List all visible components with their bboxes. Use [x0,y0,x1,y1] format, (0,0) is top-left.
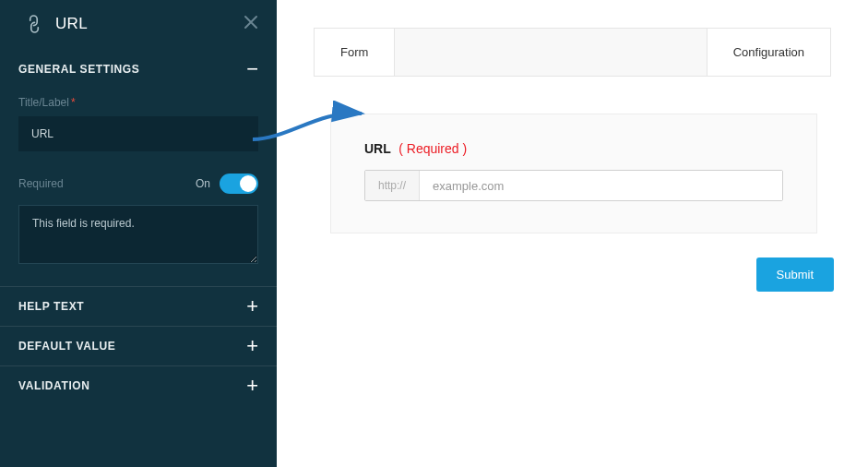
section-title-default: DEFAULT VALUE [18,340,115,353]
required-message-textarea[interactable]: This field is required. [18,205,258,264]
tab-form[interactable]: Form [315,29,395,76]
required-tag: ( Required ) [398,141,467,156]
section-general-body: Title/Label* Required On This field is r… [0,96,277,286]
tab-bar: Form Configuration [314,28,831,77]
close-button[interactable] [242,13,260,31]
section-title-general: GENERAL SETTINGS [18,63,139,76]
link-icon [22,12,45,35]
section-title-help: HELP TEXT [18,300,84,313]
section-validation-header[interactable]: VALIDATION + [0,365,277,405]
section-default-value-header[interactable]: DEFAULT VALUE + [0,326,277,365]
expand-icon[interactable]: + [246,340,258,353]
url-prefix: http:// [365,171,420,200]
title-label-input[interactable] [18,116,258,151]
tab-spacer [395,29,706,76]
section-title-validation: VALIDATION [18,379,90,392]
sidebar-title: URL [55,15,88,33]
form-field-label-row: URL ( Required ) [364,140,783,157]
title-label-caption: Title/Label* [18,96,258,109]
expand-icon[interactable]: + [246,300,258,313]
submit-button[interactable]: Submit [756,257,834,292]
form-preview-card: URL ( Required ) http:// [330,114,817,234]
required-star-icon: * [71,96,76,109]
settings-sidebar: URL GENERAL SETTINGS − Title/Label* Requ… [0,0,277,467]
required-toggle[interactable] [220,174,258,194]
expand-icon[interactable]: + [246,379,258,392]
section-general-settings-header[interactable]: GENERAL SETTINGS − [0,50,277,89]
form-field-label: URL [364,141,391,156]
sidebar-header: URL [0,0,277,50]
toggle-state-text: On [196,177,210,190]
collapse-icon[interactable]: − [246,63,258,76]
tab-configuration[interactable]: Configuration [707,29,830,76]
main-panel: Form Configuration URL ( Required ) http… [277,0,868,467]
url-input[interactable] [420,171,782,200]
url-input-group: http:// [364,170,783,201]
required-label: Required [18,177,64,190]
section-help-text-header[interactable]: HELP TEXT + [0,286,277,326]
toggle-knob [240,175,256,192]
